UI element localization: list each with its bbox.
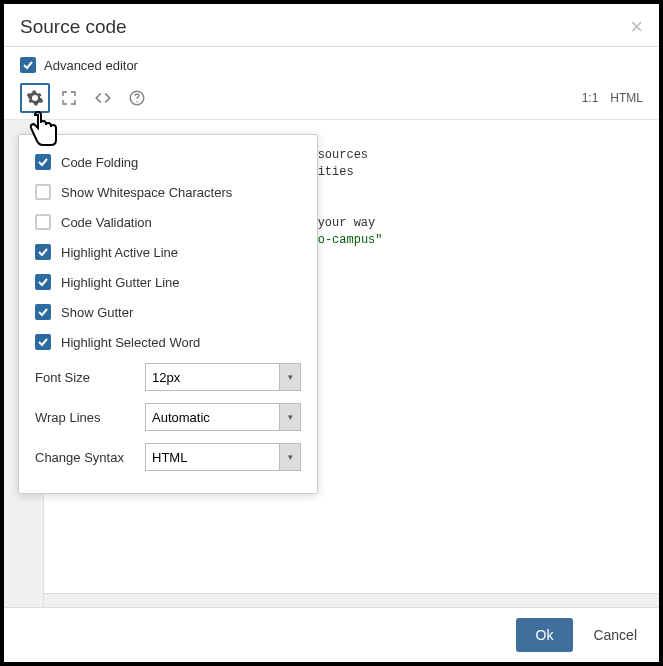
settings-checkbox[interactable] bbox=[35, 214, 51, 230]
settings-checkbox[interactable] bbox=[35, 334, 51, 350]
settings-option: Show Gutter bbox=[33, 297, 303, 327]
settings-option-label: Highlight Selected Word bbox=[61, 335, 200, 350]
settings-option-label: Highlight Active Line bbox=[61, 245, 178, 260]
settings-option: Code Folding bbox=[33, 147, 303, 177]
settings-option: Highlight Gutter Line bbox=[33, 267, 303, 297]
settings-option: Highlight Active Line bbox=[33, 237, 303, 267]
settings-option-label: Code Validation bbox=[61, 215, 152, 230]
settings-panel: Code FoldingShow Whitespace CharactersCo… bbox=[18, 134, 318, 494]
help-button[interactable] bbox=[122, 83, 152, 113]
editor-toolbar: 1:1 HTML bbox=[4, 81, 659, 120]
fullscreen-icon bbox=[61, 90, 77, 106]
advanced-editor-checkbox[interactable] bbox=[20, 57, 36, 73]
settings-checkbox[interactable] bbox=[35, 274, 51, 290]
settings-option: Show Whitespace Characters bbox=[33, 177, 303, 207]
settings-checkbox[interactable] bbox=[35, 244, 51, 260]
wrap-lines-label: Wrap Lines bbox=[35, 410, 135, 425]
gear-icon bbox=[26, 89, 44, 107]
help-icon bbox=[128, 89, 146, 107]
code-button[interactable] bbox=[88, 83, 118, 113]
dialog-title: Source code bbox=[20, 16, 127, 38]
font-size-label: Font Size bbox=[35, 370, 135, 385]
advanced-editor-row: Advanced editor bbox=[4, 47, 659, 81]
advanced-editor-label: Advanced editor bbox=[44, 58, 138, 73]
dialog-header: Source code × bbox=[4, 4, 659, 47]
close-icon[interactable]: × bbox=[630, 16, 643, 38]
dialog-footer: Ok Cancel bbox=[4, 607, 659, 662]
font-size-select[interactable]: 12px bbox=[145, 363, 301, 391]
settings-checkbox[interactable] bbox=[35, 304, 51, 320]
ok-button[interactable]: Ok bbox=[516, 618, 574, 652]
horizontal-scrollbar[interactable] bbox=[44, 593, 659, 607]
settings-option: Highlight Selected Word bbox=[33, 327, 303, 357]
fullscreen-button[interactable] bbox=[54, 83, 84, 113]
settings-button[interactable] bbox=[20, 83, 50, 113]
code-icon bbox=[94, 89, 112, 107]
settings-option-label: Highlight Gutter Line bbox=[61, 275, 180, 290]
language-indicator: HTML bbox=[610, 91, 643, 105]
change-syntax-label: Change Syntax bbox=[35, 450, 135, 465]
wrap-lines-select[interactable]: Automatic bbox=[145, 403, 301, 431]
change-syntax-select[interactable]: HTML bbox=[145, 443, 301, 471]
settings-option-label: Code Folding bbox=[61, 155, 138, 170]
settings-checkbox[interactable] bbox=[35, 184, 51, 200]
settings-option-label: Show Gutter bbox=[61, 305, 133, 320]
settings-option: Code Validation bbox=[33, 207, 303, 237]
settings-checkbox[interactable] bbox=[35, 154, 51, 170]
cancel-button[interactable]: Cancel bbox=[587, 626, 643, 644]
cursor-position: 1:1 bbox=[582, 91, 599, 105]
svg-point-1 bbox=[136, 101, 138, 103]
settings-option-label: Show Whitespace Characters bbox=[61, 185, 232, 200]
